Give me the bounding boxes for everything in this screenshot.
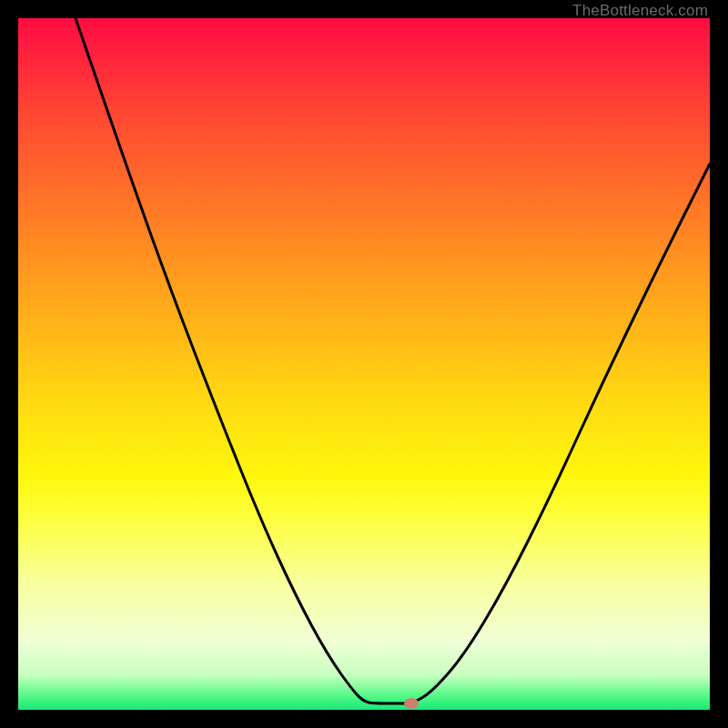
chart-frame: TheBottleneck.com xyxy=(0,0,728,728)
curve-layer xyxy=(18,18,710,710)
bottleneck-curve xyxy=(76,18,710,703)
min-point-dot xyxy=(404,698,419,709)
watermark-text: TheBottleneck.com xyxy=(572,2,708,20)
